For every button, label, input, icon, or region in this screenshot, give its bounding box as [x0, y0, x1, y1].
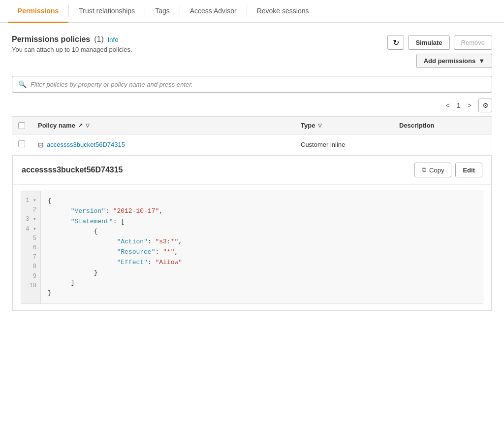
- refresh-icon: ↻: [393, 38, 399, 47]
- code-line-1: {: [48, 196, 476, 206]
- line-num-9: 9: [25, 272, 36, 281]
- header-actions-row-2: Add permissions ▼: [416, 54, 492, 68]
- copy-label: Copy: [429, 167, 444, 174]
- section-title: Permissions policies (1) Info: [12, 35, 132, 44]
- th-type: Type ▽: [295, 122, 393, 129]
- code-line-9: ]: [48, 278, 476, 288]
- policy-type-text: Customer inline: [301, 141, 345, 148]
- main-content: Permissions policies (1) Info You can at…: [0, 23, 504, 323]
- json-editor: 1 ▾ 2 3 ▾ 4 ▾ 5 6 7 8 9 10 { "Version":: [21, 191, 483, 304]
- policy-count: (1): [94, 35, 104, 44]
- th-policy-name: Policy name ↗ ▽: [32, 122, 295, 129]
- add-permissions-button[interactable]: Add permissions ▼: [416, 54, 492, 68]
- line-numbers: 1 ▾ 2 3 ▾ 4 ▾ 5 6 7 8 9 10: [21, 191, 41, 303]
- section-title-area: Permissions policies (1) Info You can at…: [12, 35, 132, 53]
- settings-button[interactable]: ⚙: [478, 99, 492, 112]
- code-line-2: "Version": "2012-10-17",: [48, 206, 476, 217]
- table-row: ⊟ accessss3bucket56D74315 Customer inlin…: [12, 134, 492, 155]
- code-line-7: "Effect": "Allow": [48, 258, 476, 268]
- tab-revoke-sessions[interactable]: Revoke sessions: [247, 0, 319, 23]
- th-type-label: Type: [301, 122, 315, 129]
- pagination-row: < 1 > ⚙: [12, 99, 492, 112]
- td-checkbox: [12, 140, 32, 149]
- simulate-button[interactable]: Simulate: [408, 35, 449, 50]
- code-line-3: "Statement": [: [48, 217, 476, 227]
- line-num-5: 5: [25, 234, 36, 243]
- copy-button[interactable]: ⧉ Copy: [414, 163, 451, 177]
- policy-panel-actions: ⧉ Copy Edit: [414, 163, 482, 177]
- code-content: { "Version": "2012-10-17", "Statement": …: [41, 191, 483, 303]
- code-line-10: }: [48, 288, 476, 299]
- line-num-3: 3 ▾: [25, 215, 36, 224]
- policy-name-text: accessss3bucket56D74315: [47, 141, 125, 148]
- td-type: Customer inline: [295, 141, 393, 148]
- refresh-button[interactable]: ↻: [387, 35, 404, 50]
- type-sort-icon[interactable]: ▽: [318, 123, 322, 128]
- th-description-label: Description: [399, 122, 435, 129]
- code-line-8: }: [48, 268, 476, 278]
- table-header: Policy name ↗ ▽ Type ▽ Description: [12, 117, 492, 134]
- tab-permissions[interactable]: Permissions: [8, 0, 68, 23]
- pagination-next[interactable]: >: [465, 101, 474, 110]
- line-num-4: 4 ▾: [25, 225, 36, 234]
- pagination-current: 1: [457, 101, 461, 109]
- header-actions: ↻ Simulate Remove Add permissions ▼: [387, 35, 492, 68]
- th-description: Description: [393, 122, 492, 129]
- permissions-policies-label: Permissions policies: [12, 35, 90, 44]
- select-all-checkbox[interactable]: [18, 122, 25, 129]
- info-link[interactable]: Info: [108, 36, 119, 43]
- line-num-2: 2: [25, 205, 36, 215]
- search-placeholder-text: Filter policies by property or policy na…: [31, 81, 193, 88]
- search-container[interactable]: 🔍 Filter policies by property or policy …: [12, 76, 492, 93]
- copy-icon: ⧉: [422, 166, 426, 174]
- code-line-5: "Action": "s3:*",: [48, 237, 476, 247]
- pagination-prev[interactable]: <: [443, 101, 453, 110]
- tab-trust-relationships[interactable]: Trust relationships: [69, 0, 145, 23]
- policy-name-sort-icon[interactable]: ▽: [86, 123, 90, 128]
- tab-bar: Permissions Trust relationships Tags Acc…: [0, 0, 504, 23]
- dropdown-arrow-icon: ▼: [478, 57, 485, 65]
- line-num-6: 6: [25, 243, 36, 253]
- remove-button[interactable]: Remove: [454, 35, 492, 50]
- policy-name-link[interactable]: ⊟ accessss3bucket56D74315: [38, 141, 289, 149]
- code-line-4: {: [48, 227, 476, 237]
- policy-panel: accessss3bucket56D74315 ⧉ Copy Edit 1 ▾ …: [12, 155, 492, 310]
- json-editor-inner: 1 ▾ 2 3 ▾ 4 ▾ 5 6 7 8 9 10 { "Version":: [21, 191, 483, 303]
- collapse-icon: ⊟: [38, 141, 44, 149]
- th-checkbox: [12, 122, 32, 129]
- th-policy-name-label: Policy name: [38, 122, 75, 129]
- external-link-icon: ↗: [78, 122, 83, 129]
- line-num-10: 10: [25, 281, 36, 291]
- section-subtitle: You can attach up to 10 managed policies…: [12, 46, 132, 53]
- line-num-7: 7: [25, 253, 36, 262]
- line-num-1: 1 ▾: [25, 196, 36, 205]
- policy-panel-title: accessss3bucket56D74315: [22, 166, 123, 174]
- td-policy-name: ⊟ accessss3bucket56D74315: [32, 141, 295, 149]
- tab-access-advisor[interactable]: Access Advisor: [180, 0, 247, 23]
- row-checkbox[interactable]: [18, 140, 25, 147]
- edit-button[interactable]: Edit: [455, 163, 482, 177]
- policy-panel-header: accessss3bucket56D74315 ⧉ Copy Edit: [13, 156, 491, 185]
- code-line-6: "Resource": "*",: [48, 247, 476, 258]
- line-num-8: 8: [25, 262, 36, 271]
- section-header: Permissions policies (1) Info You can at…: [12, 35, 492, 68]
- add-permissions-label: Add permissions: [424, 57, 475, 65]
- search-icon: 🔍: [18, 80, 27, 88]
- tab-tags[interactable]: Tags: [145, 0, 180, 23]
- gear-icon: ⚙: [482, 101, 489, 109]
- header-actions-row-1: ↻ Simulate Remove: [387, 35, 492, 50]
- policies-table: Policy name ↗ ▽ Type ▽ Description ⊟ acc…: [12, 116, 492, 311]
